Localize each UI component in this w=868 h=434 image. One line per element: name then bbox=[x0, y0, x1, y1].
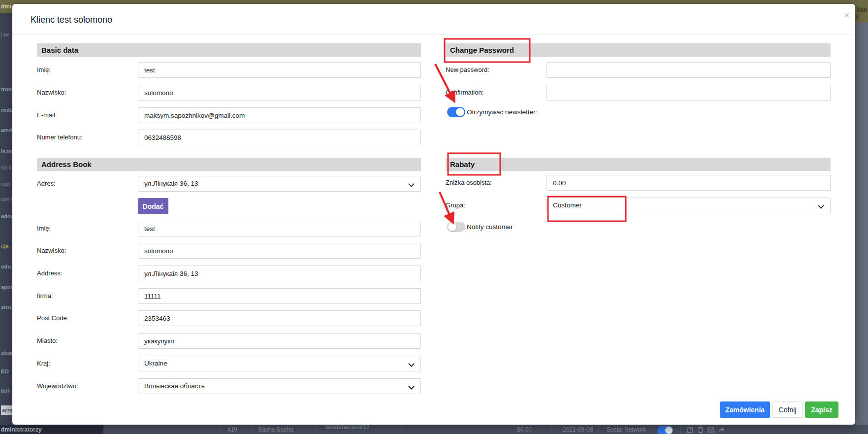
header-divider bbox=[12, 34, 855, 34]
field-label-nazwisko: Nazwisko: bbox=[37, 85, 66, 100]
table-divider bbox=[315, 425, 316, 434]
newsletter-toggle[interactable] bbox=[447, 107, 465, 117]
background-table-strip: dministratorzy 419 Sasha Sasha testdanan… bbox=[0, 425, 868, 434]
modal-title: Klienc test solomono bbox=[31, 15, 112, 25]
background-sidebar-bottom: dministratorzy bbox=[0, 425, 103, 434]
kraj-select-value: Ukraine bbox=[144, 360, 167, 367]
sidebar-item[interactable]: j we bbox=[1, 32, 10, 37]
sidebar-item-zamowienia[interactable]: amó bbox=[1, 127, 12, 133]
kraj-select[interactable]: Ukraine bbox=[138, 356, 421, 371]
field-label-imie: Imię: bbox=[37, 62, 51, 78]
field-label-postcode: Post Code: bbox=[37, 310, 68, 326]
adres-select[interactable]: ул.Лінукаія 36, 13 bbox=[138, 176, 421, 192]
customer-edit-modal: Klienc test solomono × Basic data Imię: … bbox=[12, 4, 855, 425]
cancel-button[interactable]: Cofnij bbox=[772, 401, 803, 418]
table-cell-source: Social Network bbox=[607, 426, 646, 433]
field-label-telefon: Numer telefonu: bbox=[37, 130, 83, 145]
field-label-adres: Adres: bbox=[37, 176, 56, 192]
section-header-address-book: Address Book bbox=[37, 158, 421, 171]
background-topbar-brand: dmi bbox=[1, 3, 11, 10]
delete-icon[interactable] bbox=[697, 426, 704, 433]
adres-select-value: ул.Лінукаія 36, 13 bbox=[144, 180, 198, 187]
sidebar-item[interactable]: ane k bbox=[1, 197, 13, 202]
sidebar-item-administratorzy[interactable]: dministratorzy bbox=[1, 426, 42, 433]
background-language-label: lish f bbox=[856, 6, 868, 21]
postcode-input[interactable] bbox=[138, 310, 421, 326]
miasto-input[interactable] bbox=[138, 333, 421, 349]
sidebar-item-moduly[interactable]: odu bbox=[1, 264, 11, 269]
orders-button[interactable]: Zamówienia bbox=[720, 401, 770, 418]
address-input[interactable] bbox=[138, 266, 421, 281]
email-input[interactable] bbox=[138, 107, 421, 123]
confirmation-input[interactable] bbox=[547, 85, 831, 100]
table-divider bbox=[680, 425, 681, 434]
section-header-rabaty: Rabaty bbox=[446, 158, 831, 171]
sidebar-item-interfejs[interactable]: terf bbox=[1, 388, 10, 394]
wojewodztwo-select-value: Волынская область bbox=[144, 382, 205, 390]
field-label-email: E-mail: bbox=[37, 107, 57, 123]
table-cell-total: $0.00 bbox=[517, 426, 532, 433]
table-divider bbox=[598, 425, 599, 434]
znizka-input[interactable] bbox=[547, 175, 831, 191]
field-label-znizka: Zniżka osobista: bbox=[446, 175, 492, 191]
sidebar-item-seo[interactable]: EO bbox=[1, 368, 9, 374]
sidebar-item-akcje[interactable]: cje bbox=[1, 243, 8, 249]
grupa-select[interactable]: Customer bbox=[547, 198, 831, 213]
field-label-imie2: Imię: bbox=[37, 221, 51, 236]
table-divider bbox=[251, 425, 252, 434]
nazwisko-input[interactable] bbox=[138, 85, 421, 100]
sidebar-item-klienci[interactable]: lienc bbox=[1, 148, 13, 154]
grupa-select-value: Customer bbox=[553, 201, 582, 209]
table-divider bbox=[500, 425, 500, 434]
table-divider bbox=[551, 425, 552, 434]
table-cell-id: 419 bbox=[227, 426, 237, 433]
table-divider bbox=[649, 425, 649, 434]
telefon-input[interactable] bbox=[138, 130, 421, 145]
field-label-grupa: Grupa: bbox=[446, 198, 465, 213]
newsletter-toggle-label: Otrzymywać newsletter: bbox=[467, 108, 537, 116]
wojewodztwo-select[interactable]: Волынская область bbox=[138, 378, 421, 394]
table-divider bbox=[401, 425, 402, 434]
field-label-firma: firma: bbox=[37, 288, 53, 304]
background-sidebar: j we trona rodu amó lienc sta k rupy ane… bbox=[0, 13, 12, 425]
new-password-input[interactable] bbox=[547, 62, 831, 78]
table-divider bbox=[219, 425, 220, 434]
notify-customer-label: Notify customer bbox=[467, 223, 513, 231]
sidebar-item[interactable]: stru bbox=[1, 304, 11, 310]
imie-input[interactable] bbox=[138, 62, 421, 78]
field-label-wojewodztwo: Województwo: bbox=[37, 378, 78, 394]
close-icon[interactable]: × bbox=[841, 10, 852, 21]
toggle-knob bbox=[665, 427, 673, 434]
sidebar-item-ustawienia[interactable]: staw bbox=[1, 350, 13, 356]
share-icon[interactable] bbox=[718, 426, 725, 433]
sidebar-item-grupy[interactable]: rupy bbox=[1, 181, 10, 187]
table-cell-date: 2021-09-08 bbox=[563, 426, 593, 433]
screen: dmi lish f j we trona rodu amó lienc sta… bbox=[0, 0, 868, 434]
field-label-nazwisko2: Nazwisko: bbox=[37, 243, 66, 259]
sidebar-item-lista[interactable]: sta k bbox=[1, 165, 11, 170]
table-cell-login: testdananavar12 bbox=[325, 424, 369, 431]
firma-input[interactable] bbox=[138, 288, 421, 304]
table-cell-customer: Sasha Sasha bbox=[258, 426, 293, 433]
section-header-change-password: Change Password bbox=[446, 43, 831, 57]
field-label-address: Address: bbox=[37, 266, 62, 281]
field-label-miasto: Miasto: bbox=[37, 333, 58, 349]
sidebar-item-produkty[interactable]: rodu bbox=[1, 107, 13, 113]
add-address-button[interactable]: Dodać bbox=[138, 198, 168, 214]
section-header-basic-data: Basic data bbox=[37, 43, 421, 57]
field-label-confirmation: Confirmation: bbox=[446, 85, 483, 100]
toggle-knob bbox=[448, 223, 456, 231]
mail-icon[interactable] bbox=[707, 426, 714, 433]
save-button[interactable]: Zapisz bbox=[805, 401, 838, 418]
toggle-knob bbox=[456, 108, 464, 116]
address-nazwisko-input[interactable] bbox=[138, 243, 421, 259]
field-label-new-password: New password: bbox=[446, 62, 489, 78]
field-label-kraj: Kraj: bbox=[37, 356, 50, 371]
table-row-status-toggle[interactable] bbox=[657, 426, 673, 434]
address-imie-input[interactable] bbox=[138, 221, 421, 236]
notify-customer-toggle[interactable] bbox=[447, 222, 465, 232]
edit-icon[interactable] bbox=[687, 426, 694, 433]
sidebar-item-raporty[interactable]: apor bbox=[1, 284, 13, 290]
